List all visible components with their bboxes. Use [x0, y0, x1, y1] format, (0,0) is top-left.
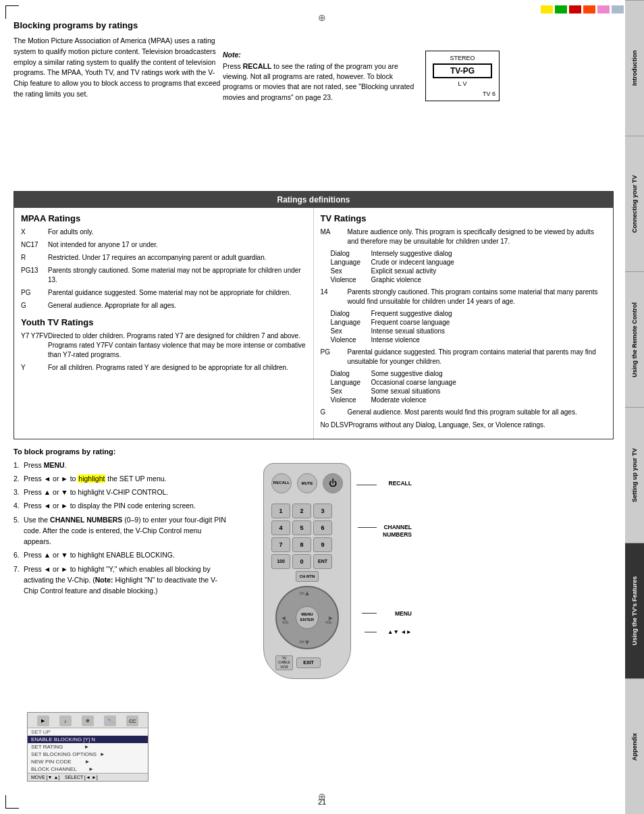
- nav-down-arrow[interactable]: ▼: [304, 639, 311, 646]
- sidebar-item-appendix[interactable]: Appendix: [625, 678, 644, 814]
- color-chip-red: [569, 5, 581, 13]
- ratings-table-header: Ratings definitions: [14, 192, 613, 208]
- corner-mark-tl: [5, 5, 19, 19]
- sub-rating-row: LanguageOccasional coarse language: [321, 379, 607, 386]
- number-grid: 1 2 3 4 5 6 7 8 9 100 0 ENT: [271, 504, 332, 569]
- bottom-content: 1. Press MENU. 2. Press ◄ or ► to highli…: [14, 460, 614, 693]
- menu-item-enable-blocking: ENABLE BLOCKING [Y] N: [28, 736, 148, 743]
- tv-rating-lv: L V: [429, 80, 495, 87]
- table-row: Y For all children. Programs rated Y are…: [21, 363, 306, 373]
- ch-up-label: CH: [299, 591, 304, 595]
- menu-line: [362, 613, 377, 614]
- recall-label: RECALL: [389, 480, 412, 487]
- tv-ratings-column: TV Ratings MA Mature audience only. This…: [314, 208, 614, 439]
- side-navigation: Introduction Connecting your TV Using th…: [625, 0, 644, 814]
- color-chip-pink: [597, 5, 610, 13]
- sidebar-item-introduction[interactable]: Introduction: [625, 0, 644, 136]
- note-text: Press RECALL to see the rating of the pr…: [223, 61, 419, 103]
- table-row: PG13 Parents strongly cautioned. Some ma…: [21, 266, 306, 285]
- menu-item-set-blocking: SET BLOCKING OPTIONS ►: [28, 751, 148, 758]
- btn-ent[interactable]: ENT: [313, 554, 332, 569]
- btn-2[interactable]: 2: [292, 504, 311, 518]
- btn-100[interactable]: 100: [271, 554, 290, 569]
- table-row: MA Mature audience only. This program is…: [321, 227, 607, 246]
- btn-4[interactable]: 4: [271, 520, 290, 535]
- color-chip-green: [555, 5, 567, 13]
- list-item: 4. Press ◄ or ► to display the PIN code …: [14, 500, 230, 511]
- btn-1[interactable]: 1: [271, 504, 290, 518]
- menu-icon-2: ♪: [59, 715, 72, 726]
- remote-illustration: RECALL MUTE ⏻ 1 2 3 4 5 6 7 8 9 100 0: [236, 463, 412, 693]
- recall-button[interactable]: RECALL: [271, 473, 292, 493]
- step-list: 1. Press MENU. 2. Press ◄ or ► to highli…: [14, 460, 230, 597]
- channel-numbers-label: CHANNELNUMBERS: [383, 524, 412, 539]
- color-chip-yellow: [541, 5, 553, 13]
- youth-tv-title: Youth TV Ratings: [21, 317, 306, 327]
- nav-up-arrow[interactable]: ▲: [304, 589, 311, 597]
- tv-rating-box: STEREO TV-PG L V TV 6: [425, 51, 500, 101]
- sub-rating-row: ViolenceGraphic violence: [321, 276, 607, 283]
- sub-rating-row: ViolenceIntense violence: [321, 336, 607, 344]
- ch-down-label: CH: [299, 640, 304, 644]
- menu-icon-4: 🔧: [104, 715, 116, 726]
- table-row: G General audience. Appropriate for all …: [21, 301, 306, 310]
- menu-icons-row: ▶ ♪ ⊕ 🔧 CC: [28, 713, 148, 728]
- intro-text: The Motion Picture Association of Americ…: [14, 36, 223, 100]
- steps-area: 1. Press MENU. 2. Press ◄ or ► to highli…: [14, 460, 223, 693]
- menu-item-new-pin: NEW PIN CODE ►: [28, 758, 148, 765]
- tv-rating-main: TV-PG: [433, 63, 492, 78]
- btn-6[interactable]: 6: [313, 520, 332, 535]
- sidebar-item-features[interactable]: Using the TV's Features: [625, 543, 644, 678]
- table-row: Y7 Y7FV Directed to older children. Prog…: [21, 331, 306, 360]
- table-row: PG Parental guidance suggested. Some mat…: [21, 288, 306, 298]
- menu-set-up-label: SET UP: [28, 728, 148, 736]
- sub-rating-row: DialogIntensely suggestive dialog: [321, 250, 607, 257]
- sub-rating-row: DialogFrequent suggestive dialog: [321, 310, 607, 317]
- menu-icon-1: ▶: [37, 715, 49, 726]
- table-row: G General audience. Most parents would f…: [321, 408, 607, 417]
- tv-ratings-title: TV Ratings: [321, 213, 607, 223]
- av-arrows-label: ▲▼ ◄►: [387, 628, 412, 635]
- list-item: 1. Press MENU.: [14, 460, 230, 470]
- mute-button[interactable]: MUTE: [297, 473, 317, 493]
- list-item: 3. Press ▲ or ▼ to highlight V-CHIP CONT…: [14, 487, 230, 497]
- sub-rating-row: LanguageFrequent coarse language: [321, 319, 607, 326]
- instructions-title: To block programs by rating:: [14, 447, 614, 456]
- sidebar-item-connecting[interactable]: Connecting your TV: [625, 136, 644, 271]
- section-title: Blocking programs by ratings: [14, 20, 614, 30]
- btn-8[interactable]: 8: [292, 537, 311, 552]
- btn-3[interactable]: 3: [313, 504, 332, 518]
- menu-bottom-bar: MOVE [▼ ▲] SELECT [◄ ►]: [28, 773, 148, 781]
- table-row: NC17 Not intended for anyone 17 or under…: [21, 240, 306, 250]
- vol-right-label: VOL: [325, 620, 332, 624]
- list-item: 6. Press ▲ or ▼ to highlight ENABLE BLOC…: [14, 549, 230, 560]
- menu-label: MENU: [395, 610, 412, 617]
- source-exit-row: TVCABLEVCR EXIT: [275, 655, 321, 670]
- color-chip-orange: [583, 5, 595, 13]
- ch-rtn-button[interactable]: CH RTN: [296, 571, 319, 582]
- remote-top-row: RECALL MUTE ⏻: [269, 473, 346, 493]
- menu-enter-button[interactable]: MENUENTER: [296, 606, 319, 629]
- av-arrows-line: [365, 632, 377, 632]
- btn-7[interactable]: 7: [271, 537, 290, 552]
- menu-icon-3: ⊕: [82, 715, 94, 726]
- btn-5[interactable]: 5: [292, 520, 311, 535]
- sidebar-item-remote[interactable]: Using the Remote Control: [625, 271, 644, 407]
- btn-0[interactable]: 0: [292, 554, 311, 569]
- table-row: PG Parental guidance suggested. This pro…: [321, 348, 607, 367]
- note-area: Note: Press RECALL to see the rating of …: [223, 51, 419, 103]
- table-row: X For adults only.: [21, 227, 306, 237]
- btn-9[interactable]: 9: [313, 537, 332, 552]
- sub-rating-row: DialogSome suggestive dialog: [321, 370, 607, 377]
- menu-screenshot: ▶ ♪ ⊕ 🔧 CC SET UP ENABLE BLOCKING [Y] N …: [27, 712, 149, 782]
- stereo-label: STEREO: [429, 55, 495, 61]
- corner-mark-bl: [5, 795, 19, 809]
- ratings-table: Ratings definitions MPAA Ratings X For a…: [14, 191, 614, 439]
- mpaa-title: MPAA Ratings: [21, 213, 306, 223]
- color-bar: [541, 5, 624, 13]
- tv-cable-vcr-button[interactable]: TVCABLEVCR: [275, 655, 293, 670]
- power-button[interactable]: ⏻: [323, 473, 343, 493]
- sidebar-item-setting-up[interactable]: Setting up your TV: [625, 407, 644, 543]
- exit-button[interactable]: EXIT: [296, 657, 321, 668]
- menu-item-set-rating: SET RATING ►: [28, 743, 148, 751]
